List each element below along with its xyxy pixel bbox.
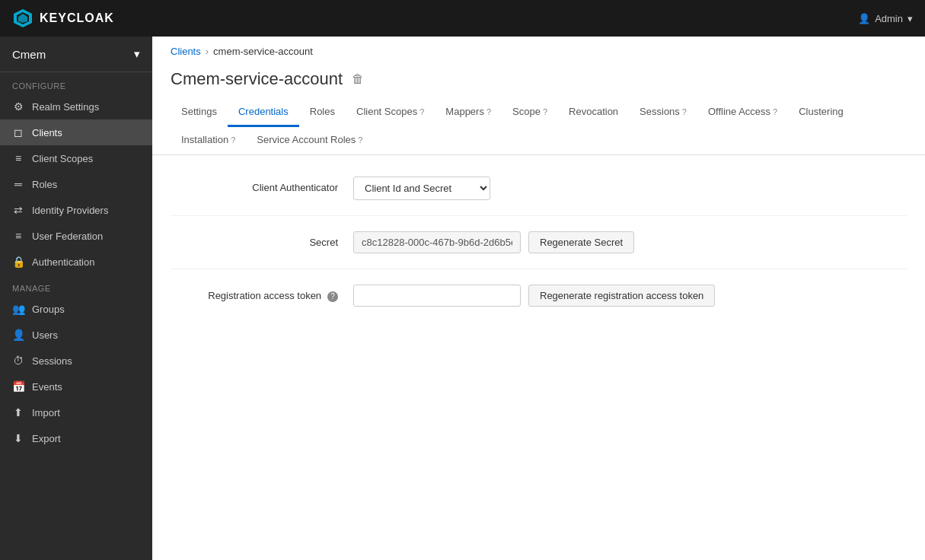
tab-mappers[interactable]: Mappers? (435, 98, 502, 127)
secret-row: Secret Regenerate Secret (171, 231, 907, 269)
import-icon: ⬆ (12, 406, 24, 418)
tab-sessions[interactable]: Sessions? (629, 98, 697, 127)
service-account-roles-help-icon: ? (358, 135, 362, 145)
installation-help-icon: ? (231, 135, 235, 145)
client-scopes-help-icon: ? (419, 107, 424, 116)
tab-scope[interactable]: Scope? (502, 98, 558, 127)
sidebar-item-import[interactable]: ⬆ Import (0, 399, 152, 425)
events-icon: 📅 (12, 380, 24, 393)
page-header: Cmem-service-account 🗑 (152, 63, 925, 89)
sidebar-item-export[interactable]: ⬇ Export (0, 425, 152, 451)
secret-input[interactable] (353, 231, 521, 253)
registration-access-token-label-col: Registration access token ? (171, 285, 353, 302)
configure-section-label: Configure (0, 72, 152, 94)
users-icon: 👤 (12, 329, 24, 341)
tab-credentials[interactable]: Credentials (228, 98, 299, 127)
registration-access-token-help-icon[interactable]: ? (327, 291, 338, 302)
sidebar-item-events[interactable]: 📅 Events (0, 374, 152, 399)
tab-settings[interactable]: Settings (171, 98, 228, 127)
identity-providers-icon: ⇄ (12, 204, 24, 216)
navbar: KEYCLOAK 👤 Admin ▾ (0, 0, 925, 37)
offline-access-help-icon: ? (773, 107, 777, 116)
tab-client-scopes[interactable]: Client Scopes? (346, 98, 435, 127)
roles-icon: ═ (12, 178, 24, 190)
clients-icon: ◻ (12, 126, 24, 138)
realm-settings-icon: ⚙ (12, 100, 24, 113)
sessions-help-icon: ? (682, 107, 687, 116)
sidebar-item-identity-providers[interactable]: ⇄ Identity Providers (0, 197, 152, 223)
groups-icon: 👥 (12, 303, 24, 315)
delete-button[interactable]: 🗑 (352, 72, 364, 86)
secret-label: Secret (309, 237, 338, 248)
manage-section-label: Manage (0, 275, 152, 296)
sidebar-item-realm-settings[interactable]: ⚙ Realm Settings (0, 94, 152, 119)
chevron-down-icon: ▾ (907, 13, 913, 24)
sidebar-item-authentication[interactable]: 🔒 Authentication (0, 249, 152, 275)
secret-control-col: Regenerate Secret (353, 231, 907, 253)
tab-roles[interactable]: Roles (299, 98, 346, 127)
sidebar-item-client-scopes[interactable]: ≡ Client Scopes (0, 145, 152, 171)
tab-revocation[interactable]: Revocation (558, 98, 629, 127)
registration-access-token-label: Registration access token (208, 290, 321, 301)
breadcrumb-current: cmem-service-account (213, 46, 313, 57)
regenerate-secret-button[interactable]: Regenerate Secret (528, 231, 634, 253)
user-icon: 👤 (858, 13, 870, 24)
tabs: Settings Credentials Roles Client Scopes… (152, 98, 925, 155)
registration-access-token-control-col: Regenerate registration access token (353, 285, 907, 307)
sidebar: Cmem ▾ Configure ⚙ Realm Settings ◻ Clie… (0, 37, 152, 560)
credentials-form: Client Authenticator Client Id and Secre… (152, 155, 925, 358)
sidebar-item-clients[interactable]: ◻ Clients (0, 119, 152, 145)
keycloak-logo-icon (12, 8, 33, 29)
authentication-icon: 🔒 (12, 256, 24, 268)
content-area: Clients › cmem-service-account Cmem-serv… (152, 37, 925, 560)
realm-chevron-icon: ▾ (134, 47, 140, 61)
sidebar-item-roles[interactable]: ═ Roles (0, 171, 152, 197)
secret-label-col: Secret (171, 231, 353, 248)
breadcrumb-clients-link[interactable]: Clients (171, 46, 201, 57)
scope-help-icon: ? (543, 107, 547, 116)
breadcrumb: Clients › cmem-service-account (152, 37, 925, 63)
tab-clustering[interactable]: Clustering (788, 98, 854, 127)
registration-access-token-row: Registration access token ? Regenerate r… (171, 285, 907, 322)
tab-service-account-roles[interactable]: Service Account Roles? (246, 126, 373, 155)
sidebar-item-sessions[interactable]: ⏱ Sessions (0, 348, 152, 374)
breadcrumb-separator: › (206, 46, 209, 57)
client-scopes-icon: ≡ (12, 152, 24, 164)
client-authenticator-row: Client Authenticator Client Id and Secre… (171, 177, 907, 216)
sidebar-item-groups[interactable]: 👥 Groups (0, 296, 152, 322)
page-title: Cmem-service-account (171, 69, 343, 89)
mappers-help-icon: ? (486, 107, 491, 116)
user-federation-icon: ≡ (12, 230, 24, 242)
registration-access-token-input[interactable] (353, 285, 521, 307)
export-icon: ⬇ (12, 432, 24, 444)
client-authenticator-select[interactable]: Client Id and SecretSigned JwtX509 Certi… (353, 177, 490, 200)
tab-installation[interactable]: Installation? (171, 126, 246, 155)
brand: KEYCLOAK (12, 8, 114, 29)
client-authenticator-control-col: Client Id and SecretSigned JwtX509 Certi… (353, 177, 907, 200)
sessions-icon: ⏱ (12, 355, 24, 367)
tab-offline-access[interactable]: Offline Access? (697, 98, 788, 127)
client-authenticator-label: Client Authenticator (252, 182, 338, 193)
sidebar-item-user-federation[interactable]: ≡ User Federation (0, 223, 152, 249)
client-authenticator-label-col: Client Authenticator (171, 177, 353, 193)
user-menu[interactable]: 👤 Admin ▾ (858, 13, 913, 24)
regenerate-registration-access-token-button[interactable]: Regenerate registration access token (528, 285, 715, 307)
sidebar-item-users[interactable]: 👤 Users (0, 322, 152, 348)
realm-selector[interactable]: Cmem ▾ (0, 37, 152, 72)
